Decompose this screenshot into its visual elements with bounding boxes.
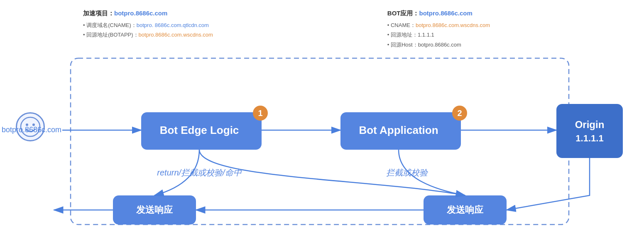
item-right-label-1: 回源地址： [391, 32, 418, 38]
info-panels: 加速项目：botpro.8686c.com 调度域名(CNAME)：botpro… [0, 0, 644, 54]
item-label-1: 回源地址(BOTAPP)： [86, 32, 138, 38]
return-label: return/拦截或校验/命中 [157, 168, 242, 177]
item-right-value-1: 1.1.1.1 [418, 32, 434, 38]
panel-title-static-right: BOT应用： [387, 10, 419, 17]
panel-item-right-0: CNAME：botpro.8686c.com.wscdns.com [387, 20, 490, 30]
panel-item-left-1: 回源地址(BOTAPP)：botpro.8686c.com.wscdns.com [83, 30, 213, 40]
diagram-svg: botpro.8686c.com Bot Edge Logic 1 Bot Ap… [0, 54, 644, 237]
send-response-left-label: 发送响应 [136, 205, 173, 215]
origin-label: Origin [575, 119, 605, 130]
panel-list-left: 调度域名(CNAME)：botpro. 8686c.com.qtlcdn.com… [83, 20, 213, 40]
origin-box [556, 104, 623, 158]
panel-title-left: 加速项目：botpro.8686c.com [83, 7, 213, 19]
panel-domain-right: botpro.8686c.com [419, 10, 472, 17]
panel-title-right: BOT应用：botpro.8686c.com [387, 7, 490, 19]
badge-2-label: 2 [457, 109, 462, 118]
arrow-origin-to-send-right [507, 158, 590, 210]
page-container: 加速项目：botpro.8686c.com 调度域名(CNAME)：botpro… [0, 0, 644, 237]
block-label: 拦截或校验 [386, 168, 429, 177]
item-right-label-0: CNAME： [391, 22, 416, 28]
bot-edge-logic-label: Bot Edge Logic [160, 124, 239, 136]
item-right-value-0: botpro.8686c.com.wscdns.com [416, 22, 490, 28]
item-label-0: 调度域名(CNAME)： [86, 22, 137, 28]
info-panel-right: BOT应用：botpro.8686c.com CNAME：botpro.8686… [387, 7, 490, 49]
arrow-app-to-send-right [399, 150, 465, 195]
panel-item-left-0: 调度域名(CNAME)：botpro. 8686c.com.qtlcdn.com [83, 20, 213, 30]
badge-1-label: 1 [258, 109, 262, 118]
item-value-1: botpro.8686c.com.wscdns.com [139, 32, 213, 38]
panel-domain-left: botpro.8686c.com [114, 10, 167, 17]
panel-item-right-1: 回源地址：1.1.1.1 [387, 30, 490, 40]
item-value-0: botpro. 8686c.com.qtlcdn.com [137, 22, 209, 28]
panel-item-right-2: 回源Host：botpro.8686c.com [387, 40, 490, 49]
origin-ip: 1.1.1.1 [575, 133, 603, 143]
item-right-label-2: 回源Host： [391, 42, 418, 48]
panel-list-right: CNAME：botpro.8686c.com.wscdns.com 回源地址：1… [387, 20, 490, 49]
item-right-value-2: botpro.8686c.com [418, 42, 461, 48]
panel-title-static-left: 加速项目： [83, 10, 114, 17]
bot-application-label: Bot Application [359, 124, 438, 136]
request-label: botpro.8686c.com [2, 126, 61, 134]
info-panel-left: 加速项目：botpro.8686c.com 调度域名(CNAME)：botpro… [83, 7, 213, 49]
send-response-right-label: 发送响应 [446, 205, 484, 215]
